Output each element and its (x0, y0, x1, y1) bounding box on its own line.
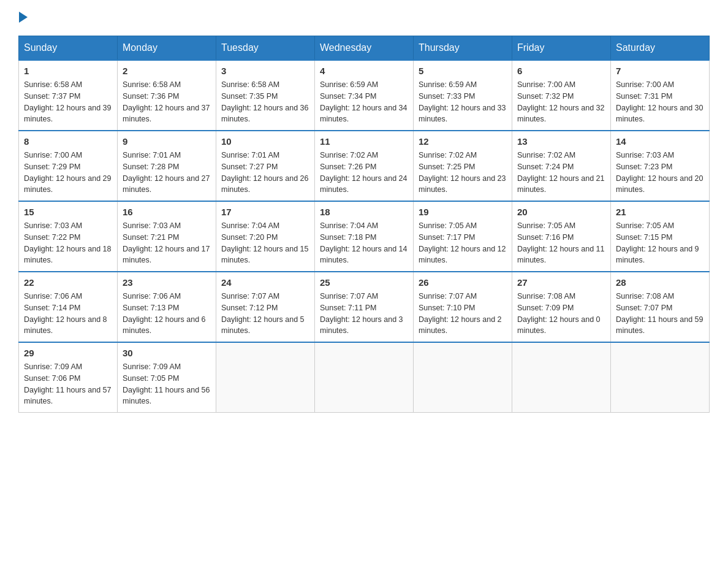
day-number: 2 (123, 66, 211, 76)
day-info: Sunrise: 7:07 AM Sunset: 7:12 PM Dayligh… (221, 291, 309, 337)
calendar-day-cell: 16Sunrise: 7:03 AM Sunset: 7:21 PM Dayli… (118, 201, 216, 272)
calendar-week-row: 1Sunrise: 6:58 AM Sunset: 7:37 PM Daylig… (19, 60, 710, 131)
calendar-day-cell: 10Sunrise: 7:01 AM Sunset: 7:27 PM Dayli… (216, 131, 315, 201)
day-info: Sunrise: 7:06 AM Sunset: 7:13 PM Dayligh… (123, 291, 211, 337)
day-number: 27 (517, 277, 605, 288)
day-number: 6 (517, 66, 605, 76)
calendar-day-cell: 9Sunrise: 7:01 AM Sunset: 7:28 PM Daylig… (118, 131, 216, 201)
day-of-week-header: Friday (512, 36, 611, 61)
day-of-week-header: Thursday (414, 36, 512, 61)
day-number: 21 (616, 207, 704, 217)
calendar-week-row: 22Sunrise: 7:06 AM Sunset: 7:14 PM Dayli… (19, 272, 710, 342)
day-number: 29 (24, 348, 112, 358)
calendar-day-cell (414, 342, 512, 413)
calendar-table: SundayMondayTuesdayWednesdayThursdayFrid… (18, 36, 710, 413)
day-info: Sunrise: 6:58 AM Sunset: 7:36 PM Dayligh… (123, 79, 211, 125)
day-number: 19 (419, 207, 507, 217)
day-of-week-header: Sunday (19, 36, 118, 61)
calendar-day-cell: 24Sunrise: 7:07 AM Sunset: 7:12 PM Dayli… (216, 272, 315, 342)
day-info: Sunrise: 7:00 AM Sunset: 7:32 PM Dayligh… (517, 79, 605, 125)
day-number: 22 (24, 277, 112, 288)
day-number: 16 (123, 207, 211, 217)
calendar-day-cell (216, 342, 315, 413)
day-of-week-header: Wednesday (315, 36, 414, 61)
calendar-day-cell: 5Sunrise: 6:59 AM Sunset: 7:33 PM Daylig… (414, 60, 512, 131)
day-info: Sunrise: 7:02 AM Sunset: 7:25 PM Dayligh… (419, 150, 507, 196)
calendar-day-cell: 11Sunrise: 7:02 AM Sunset: 7:26 PM Dayli… (315, 131, 414, 201)
day-of-week-header: Tuesday (216, 36, 315, 61)
calendar-day-cell: 21Sunrise: 7:05 AM Sunset: 7:15 PM Dayli… (611, 201, 710, 272)
calendar-day-cell: 26Sunrise: 7:07 AM Sunset: 7:10 PM Dayli… (414, 272, 512, 342)
day-number: 23 (123, 277, 211, 288)
calendar-day-cell: 2Sunrise: 6:58 AM Sunset: 7:36 PM Daylig… (118, 60, 216, 131)
day-number: 3 (221, 66, 309, 76)
day-number: 25 (320, 277, 408, 288)
calendar-day-cell (611, 342, 710, 413)
day-info: Sunrise: 7:07 AM Sunset: 7:10 PM Dayligh… (419, 291, 507, 337)
day-info: Sunrise: 6:59 AM Sunset: 7:34 PM Dayligh… (320, 79, 408, 125)
day-info: Sunrise: 6:59 AM Sunset: 7:33 PM Dayligh… (419, 79, 507, 125)
calendar-day-cell: 1Sunrise: 6:58 AM Sunset: 7:37 PM Daylig… (19, 60, 118, 131)
day-number: 18 (320, 207, 408, 217)
day-info: Sunrise: 7:03 AM Sunset: 7:23 PM Dayligh… (616, 150, 704, 196)
day-number: 13 (517, 136, 605, 147)
day-number: 1 (24, 66, 112, 76)
day-number: 30 (123, 348, 211, 358)
day-number: 11 (320, 136, 408, 147)
calendar-day-cell: 13Sunrise: 7:02 AM Sunset: 7:24 PM Dayli… (512, 131, 611, 201)
day-number: 17 (221, 207, 309, 217)
day-info: Sunrise: 7:03 AM Sunset: 7:21 PM Dayligh… (123, 220, 211, 266)
calendar-week-row: 8Sunrise: 7:00 AM Sunset: 7:29 PM Daylig… (19, 131, 710, 201)
day-info: Sunrise: 7:02 AM Sunset: 7:24 PM Dayligh… (517, 150, 605, 196)
calendar-day-cell: 29Sunrise: 7:09 AM Sunset: 7:06 PM Dayli… (19, 342, 118, 413)
day-info: Sunrise: 7:05 AM Sunset: 7:16 PM Dayligh… (517, 220, 605, 266)
calendar-day-cell: 7Sunrise: 7:00 AM Sunset: 7:31 PM Daylig… (611, 60, 710, 131)
calendar-day-cell: 6Sunrise: 7:00 AM Sunset: 7:32 PM Daylig… (512, 60, 611, 131)
calendar-day-cell: 30Sunrise: 7:09 AM Sunset: 7:05 PM Dayli… (118, 342, 216, 413)
calendar-day-cell: 20Sunrise: 7:05 AM Sunset: 7:16 PM Dayli… (512, 201, 611, 272)
day-number: 10 (221, 136, 309, 147)
day-info: Sunrise: 7:06 AM Sunset: 7:14 PM Dayligh… (24, 291, 112, 337)
day-info: Sunrise: 7:03 AM Sunset: 7:22 PM Dayligh… (24, 220, 112, 266)
day-number: 7 (616, 66, 704, 76)
day-number: 5 (419, 66, 507, 76)
day-info: Sunrise: 6:58 AM Sunset: 7:35 PM Dayligh… (221, 79, 309, 125)
day-number: 12 (419, 136, 507, 147)
day-info: Sunrise: 7:08 AM Sunset: 7:09 PM Dayligh… (517, 291, 605, 337)
day-info: Sunrise: 6:58 AM Sunset: 7:37 PM Dayligh… (24, 79, 112, 125)
calendar-day-cell: 28Sunrise: 7:08 AM Sunset: 7:07 PM Dayli… (611, 272, 710, 342)
calendar-day-cell: 27Sunrise: 7:08 AM Sunset: 7:09 PM Dayli… (512, 272, 611, 342)
day-number: 15 (24, 207, 112, 217)
day-info: Sunrise: 7:00 AM Sunset: 7:29 PM Dayligh… (24, 150, 112, 196)
day-info: Sunrise: 7:08 AM Sunset: 7:07 PM Dayligh… (616, 291, 704, 337)
calendar-day-cell: 23Sunrise: 7:06 AM Sunset: 7:13 PM Dayli… (118, 272, 216, 342)
calendar-day-cell: 25Sunrise: 7:07 AM Sunset: 7:11 PM Dayli… (315, 272, 414, 342)
calendar-day-cell: 12Sunrise: 7:02 AM Sunset: 7:25 PM Dayli… (414, 131, 512, 201)
day-of-week-header: Monday (118, 36, 216, 61)
calendar-header: SundayMondayTuesdayWednesdayThursdayFrid… (19, 36, 710, 61)
day-number: 24 (221, 277, 309, 288)
day-info: Sunrise: 7:02 AM Sunset: 7:26 PM Dayligh… (320, 150, 408, 196)
page-header (18, 12, 710, 23)
calendar-week-row: 29Sunrise: 7:09 AM Sunset: 7:06 PM Dayli… (19, 342, 710, 413)
day-info: Sunrise: 7:01 AM Sunset: 7:27 PM Dayligh… (221, 150, 309, 196)
day-number: 14 (616, 136, 704, 147)
day-info: Sunrise: 7:01 AM Sunset: 7:28 PM Dayligh… (123, 150, 211, 196)
day-of-week-header: Saturday (611, 36, 710, 61)
calendar-day-cell: 19Sunrise: 7:05 AM Sunset: 7:17 PM Dayli… (414, 201, 512, 272)
day-info: Sunrise: 7:09 AM Sunset: 7:05 PM Dayligh… (123, 361, 211, 407)
calendar-day-cell: 18Sunrise: 7:04 AM Sunset: 7:18 PM Dayli… (315, 201, 414, 272)
day-info: Sunrise: 7:00 AM Sunset: 7:31 PM Dayligh… (616, 79, 704, 125)
day-number: 9 (123, 136, 211, 147)
calendar-day-cell: 4Sunrise: 6:59 AM Sunset: 7:34 PM Daylig… (315, 60, 414, 131)
calendar-day-cell: 17Sunrise: 7:04 AM Sunset: 7:20 PM Dayli… (216, 201, 315, 272)
calendar-week-row: 15Sunrise: 7:03 AM Sunset: 7:22 PM Dayli… (19, 201, 710, 272)
logo-arrow-icon (19, 12, 28, 23)
calendar-day-cell: 15Sunrise: 7:03 AM Sunset: 7:22 PM Dayli… (19, 201, 118, 272)
calendar-day-cell: 3Sunrise: 6:58 AM Sunset: 7:35 PM Daylig… (216, 60, 315, 131)
calendar-day-cell (512, 342, 611, 413)
day-info: Sunrise: 7:05 AM Sunset: 7:17 PM Dayligh… (419, 220, 507, 266)
calendar-day-cell: 8Sunrise: 7:00 AM Sunset: 7:29 PM Daylig… (19, 131, 118, 201)
day-info: Sunrise: 7:09 AM Sunset: 7:06 PM Dayligh… (24, 361, 112, 407)
day-number: 4 (320, 66, 408, 76)
